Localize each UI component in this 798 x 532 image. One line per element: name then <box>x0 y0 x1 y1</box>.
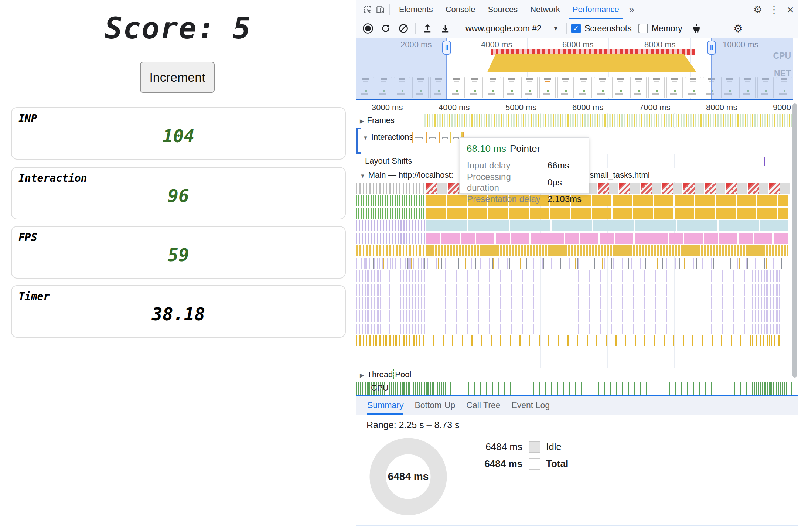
flame-row-events[interactable] <box>356 232 793 245</box>
screenshots-checkbox[interactable]: ✓ <box>571 24 581 33</box>
metric-card-fps: FPS 59 <box>11 226 346 279</box>
screenshot-thumb[interactable] <box>666 77 683 98</box>
score-label: Score: <box>105 11 216 45</box>
more-tabs-icon[interactable]: » <box>625 4 638 16</box>
flame-row-misc[interactable] <box>356 257 793 270</box>
flame-row-gc[interactable] <box>356 335 793 347</box>
gpu-activity[interactable] <box>356 382 793 395</box>
long-task-bar[interactable] <box>769 183 790 194</box>
long-task-bar[interactable] <box>619 183 640 194</box>
tab-event-log[interactable]: Event Log <box>511 396 550 415</box>
tab-console[interactable]: Console <box>439 0 482 19</box>
screenshot-thumb[interactable] <box>467 77 483 98</box>
total-value: 6484 ms <box>463 458 522 470</box>
close-icon[interactable]: × <box>782 3 798 17</box>
clear-icon[interactable] <box>395 21 412 36</box>
flame-row-compile[interactable] <box>356 219 793 232</box>
screenshot-thumb[interactable] <box>485 77 501 98</box>
memory-checkbox[interactable] <box>638 24 648 33</box>
flame-row-sparse[interactable] <box>356 310 793 323</box>
screenshot-thumb[interactable] <box>521 77 538 98</box>
flame-row-scripting[interactable] <box>356 245 793 257</box>
summary-donut-chart: 6484 ms <box>369 437 447 516</box>
screenshot-thumb[interactable] <box>594 77 610 98</box>
screenshot-thumb[interactable] <box>503 77 519 98</box>
selection-handle-right[interactable]: ‖ <box>707 41 716 55</box>
layout-shift-event[interactable] <box>764 157 765 166</box>
screenshot-thumb[interactable] <box>685 77 701 98</box>
flame-row-sparse[interactable] <box>356 270 793 283</box>
legend-row-total: 6484 ms Total <box>463 458 568 470</box>
screenshots-label[interactable]: Screenshots <box>584 24 632 34</box>
inspect-element-icon[interactable] <box>361 3 374 16</box>
interaction-marker[interactable] <box>439 132 440 143</box>
flame-row-timers[interactable] <box>356 207 793 219</box>
increment-button[interactable]: Increment <box>140 62 215 93</box>
tab-network[interactable]: Network <box>524 0 566 19</box>
timeline-overview[interactable]: 2000 ms 4000 ms 6000 ms 8000 ms 10000 ms… <box>356 38 798 99</box>
expand-arrow-icon[interactable]: ▶ <box>360 372 364 378</box>
tab-sources[interactable]: Sources <box>481 0 524 19</box>
tab-call-tree[interactable]: Call Tree <box>466 396 500 415</box>
screenshot-thumb[interactable] <box>539 77 556 98</box>
long-task-bar[interactable] <box>683 183 704 194</box>
screenshot-thumb[interactable] <box>576 77 592 98</box>
tab-summary[interactable]: Summary <box>367 396 403 415</box>
upload-profile-icon[interactable] <box>419 21 436 36</box>
selected-track-bracket <box>356 128 361 154</box>
capture-settings-gear-icon[interactable]: ⚙ <box>729 23 747 35</box>
overview-tick: 4000 ms <box>481 40 512 50</box>
screenshot-thumb[interactable] <box>648 77 665 98</box>
interaction-marker[interactable] <box>453 137 459 139</box>
settings-gear-icon[interactable]: ⚙ <box>750 4 766 16</box>
track-thread-pool[interactable]: ▶Thread Pool <box>356 368 798 381</box>
long-task-bar[interactable] <box>705 183 725 194</box>
axis-tick: 9000 <box>773 103 791 112</box>
interaction-marker[interactable] <box>429 137 436 139</box>
flame-row-sparse[interactable] <box>356 323 793 335</box>
interaction-marker[interactable] <box>442 137 448 139</box>
tab-performance[interactable]: Performance <box>566 0 625 19</box>
long-task-bar[interactable] <box>726 183 747 194</box>
selection-handle-left[interactable]: ‖ <box>442 41 451 55</box>
interaction-marker[interactable] <box>426 132 427 143</box>
download-profile-icon[interactable] <box>436 21 454 36</box>
long-task-bar[interactable] <box>748 183 768 194</box>
chevron-down-icon[interactable]: ▾ <box>554 24 557 33</box>
tab-elements[interactable]: Elements <box>393 0 439 19</box>
long-task-bar[interactable] <box>641 183 661 194</box>
expand-arrow-icon[interactable]: ▶ <box>360 118 364 124</box>
overview-divider <box>356 99 793 100</box>
collapse-arrow-icon[interactable]: ▼ <box>360 173 365 179</box>
long-task-bar[interactable] <box>662 183 682 194</box>
tab-bottom-up[interactable]: Bottom-Up <box>415 396 455 415</box>
flame-row-sparse[interactable] <box>356 283 793 296</box>
track-gpu[interactable]: GPU <box>356 381 798 396</box>
frames-activity[interactable] <box>424 114 792 127</box>
long-task-bar[interactable] <box>598 183 618 194</box>
idle-value: 6484 ms <box>463 441 522 453</box>
idle-swatch <box>529 441 540 453</box>
screenshot-thumb[interactable] <box>449 77 465 98</box>
metric-value: 38.18 <box>12 304 345 324</box>
screenshot-thumb[interactable] <box>557 77 574 98</box>
screenshot-thumb[interactable] <box>612 77 628 98</box>
collect-garbage-icon[interactable] <box>688 21 705 36</box>
collapse-arrow-icon[interactable]: ▼ <box>363 134 368 141</box>
vertical-scrollbar[interactable] <box>792 103 797 378</box>
memory-label[interactable]: Memory <box>652 24 682 34</box>
long-task-bar[interactable] <box>426 183 447 194</box>
interaction-marker[interactable] <box>415 137 423 139</box>
screenshot-thumb[interactable] <box>630 77 647 98</box>
reload-record-icon[interactable] <box>377 21 395 36</box>
kebab-menu-icon[interactable]: ⋮ <box>766 4 782 16</box>
device-toolbar-icon[interactable] <box>374 3 386 16</box>
flame-row-sparse[interactable] <box>356 296 793 310</box>
record-icon[interactable] <box>359 21 377 36</box>
track-frames[interactable]: ▶Frames <box>356 113 798 128</box>
interaction-marker[interactable] <box>450 132 451 143</box>
total-label: Total <box>546 458 568 470</box>
tooltip-duration: 68.10 ms <box>467 143 506 154</box>
history-select[interactable]: www.google.com #2 <box>466 24 542 34</box>
interaction-marker[interactable] <box>412 132 413 143</box>
